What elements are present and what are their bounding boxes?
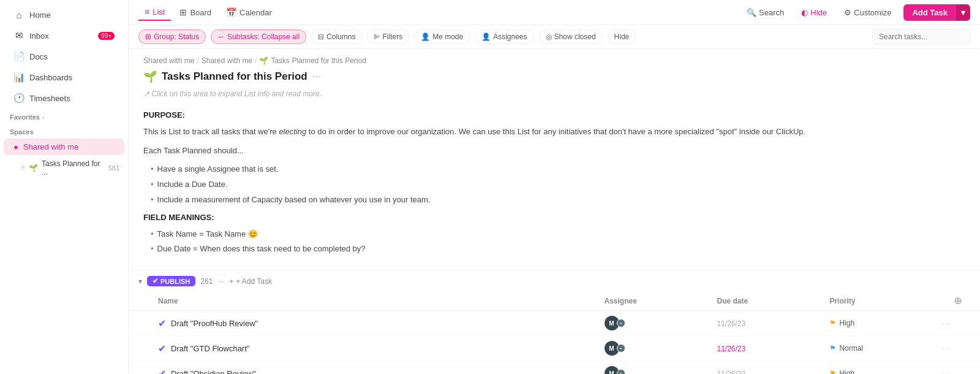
task-name-text-1[interactable]: Draft "GTD Flowchart": [171, 344, 249, 353]
task-dots-cell-0: ···: [935, 311, 980, 336]
sidebar-label-dashboards: Dashboards: [29, 73, 72, 82]
priority-label-0: High: [839, 319, 854, 327]
due-date-value-0: 11/26/23: [717, 319, 745, 328]
group-name: PUBLISH: [160, 278, 190, 285]
search-tasks-input[interactable]: [872, 29, 970, 45]
home-icon: ⌂: [13, 10, 24, 20]
breadcrumb-sep-1: /: [197, 56, 198, 65]
add-column-icon: ⊕: [954, 296, 962, 306]
list-more-button[interactable]: ···: [312, 71, 320, 82]
filter-toolbar: ⊞ Group: Status ↔ Subtasks: Collapse all…: [129, 25, 980, 49]
sidebar-nav-item-dashboards[interactable]: 📊 Dashboards: [4, 67, 124, 87]
task-name-text-2[interactable]: Draft "Obsidian Review": [171, 369, 256, 374]
search-button[interactable]: 🔍 Search: [742, 6, 789, 20]
breadcrumb: Shared with me / Shared with me / 🌱 Task…: [129, 49, 980, 67]
priority-cell-2: ⚑ High: [822, 361, 935, 374]
columns-label: Columns: [326, 32, 355, 41]
sidebar-nav-item-inbox[interactable]: ✉ Inbox 99+: [4, 26, 124, 45]
sidebar-label-home: Home: [29, 10, 51, 20]
due-date-cell-1: 11/26/23: [709, 336, 822, 361]
sidebar-nav-item-home[interactable]: ⌂ Home: [4, 6, 124, 25]
table-row: ✔ Draft "Obsidian Review" M + 11/26/23 ⚑…: [129, 361, 980, 374]
task-name-text-0[interactable]: Draft "ProofHub Review": [171, 319, 258, 328]
sidebar-nav-item-timesheets[interactable]: 🕐 Timesheets: [4, 88, 124, 108]
list-tab-icon: ≡: [145, 7, 149, 17]
assignee-extra-${i}: +: [617, 369, 625, 374]
field-bullet-1: Task Name = Task Name 😊: [151, 228, 965, 241]
favorites-section[interactable]: Favorites ›: [0, 109, 128, 123]
group-dots-button[interactable]: ···: [217, 277, 224, 286]
breadcrumb-tasks-planned[interactable]: Tasks Planned for this Period: [271, 56, 366, 65]
priority-column-header: Priority: [822, 291, 935, 311]
drag-handle-icon: ⠿: [21, 165, 25, 172]
tasks-planned-count: 581: [108, 164, 119, 172]
show-closed-filter[interactable]: ◎ Show closed: [539, 29, 603, 44]
tab-board[interactable]: ⊞ Board: [173, 4, 217, 20]
priority-label-1: Normal: [839, 344, 863, 353]
show-closed-icon: ◎: [546, 32, 552, 41]
assignee-cell-1: M +: [597, 336, 710, 361]
task-dots-button-0[interactable]: ···: [942, 318, 951, 328]
group-icon: ⊞: [145, 32, 151, 41]
me-mode-label: Me mode: [432, 32, 463, 41]
task-dots-button-2[interactable]: ···: [942, 368, 951, 374]
subtasks-label: Subtasks: Collapse all: [227, 32, 300, 41]
hide-filter[interactable]: Hide: [608, 29, 636, 44]
group-chevron-icon[interactable]: ▾: [138, 277, 142, 286]
due-date-cell-0: 11/26/23: [709, 311, 822, 336]
columns-filter[interactable]: ⊟ Columns: [311, 29, 362, 44]
bullet-3: Include a measurement of Capacity based …: [151, 194, 965, 207]
sidebar-item-shared-with-me[interactable]: ● Shared with me: [4, 139, 124, 155]
dashboards-icon: 📊: [13, 72, 24, 83]
customize-button[interactable]: ⚙ Customize: [839, 6, 896, 20]
assignees-filter[interactable]: 👤 Assignees: [475, 29, 533, 44]
task-check-icon-2[interactable]: ✔: [158, 368, 166, 374]
inbox-icon: ✉: [13, 30, 24, 41]
shared-icon: ●: [13, 142, 18, 151]
tab-board-label: Board: [190, 8, 211, 17]
hide-button[interactable]: ◐ Hide: [796, 6, 832, 20]
list-info-hint[interactable]: ↗ Click on this area to expand List info…: [129, 88, 980, 104]
sidebar-label-timesheets: Timesheets: [29, 94, 70, 103]
group-count: 261: [200, 277, 213, 286]
assignee-column-header: Assignee: [597, 291, 710, 311]
sidebar-nav-item-docs[interactable]: 📄 Docs: [4, 47, 124, 66]
add-task-chevron-button[interactable]: ▾: [956, 4, 970, 21]
due-date-value-2: 11/26/23: [717, 370, 745, 374]
task-check-icon-1[interactable]: ✔: [158, 343, 166, 354]
subtasks-filter[interactable]: ↔ Subtasks: Collapse all: [211, 29, 306, 44]
tab-calendar[interactable]: 📅 Calendar: [220, 4, 278, 20]
assignee-cell-2: M +: [597, 361, 710, 374]
assignees-label: Assignees: [493, 32, 527, 41]
add-column-header[interactable]: ⊕: [935, 291, 980, 311]
purpose-text: This is List to track all tasks that we'…: [143, 126, 965, 139]
publish-group: ▾ ✔ PUBLISH 261 ··· + + Add Task Name: [129, 270, 980, 374]
task-check-icon-0[interactable]: ✔: [158, 318, 166, 329]
group-status-filter[interactable]: ⊞ Group: Status: [138, 29, 206, 44]
assignee-cell-0: M +: [597, 311, 710, 336]
filters-filter[interactable]: ⊫ Filters: [367, 29, 409, 44]
tasks-planned-label: Tasks Planned for ...: [42, 159, 105, 177]
subtasks-icon: ↔: [217, 32, 225, 41]
me-mode-filter[interactable]: 👤 Me mode: [414, 29, 470, 44]
tab-calendar-label: Calendar: [239, 8, 272, 17]
hide-filter-label: Hide: [614, 32, 630, 41]
breadcrumb-shared-with-me-1[interactable]: Shared with me: [143, 56, 194, 65]
task-dots-button-1[interactable]: ···: [942, 343, 951, 353]
add-task-button[interactable]: Add Task: [903, 4, 956, 21]
field-bullet-2: Due Date = When does this task need to b…: [151, 243, 965, 256]
list-title: Tasks Planned for this Period: [162, 71, 307, 83]
add-task-label: Add Task: [912, 8, 948, 17]
calendar-tab-icon: 📅: [226, 7, 236, 17]
tab-list[interactable]: ≡ List: [138, 4, 171, 21]
field-meanings-heading: FIELD MEANINGS:: [143, 212, 965, 224]
breadcrumb-shared-with-me-2[interactable]: Shared with me: [202, 56, 252, 65]
group-status-label: Group: Status: [154, 32, 199, 41]
sidebar-item-tasks-planned[interactable]: ⠿ 🌱 Tasks Planned for ... 581: [4, 156, 124, 180]
group-add-task-button[interactable]: + + Add Task: [229, 277, 272, 286]
table-row: ✔ Draft "ProofHub Review" M + 11/26/23 ⚑…: [129, 311, 980, 336]
group-badge: ✔ PUBLISH: [147, 276, 195, 286]
assignee-extra-${i}: +: [617, 344, 625, 353]
sidebar: ⌂ Home ✉ Inbox 99+ 📄 Docs 📊 Dashboards 🕐…: [0, 0, 129, 374]
filter-icon: ⊫: [374, 32, 380, 41]
